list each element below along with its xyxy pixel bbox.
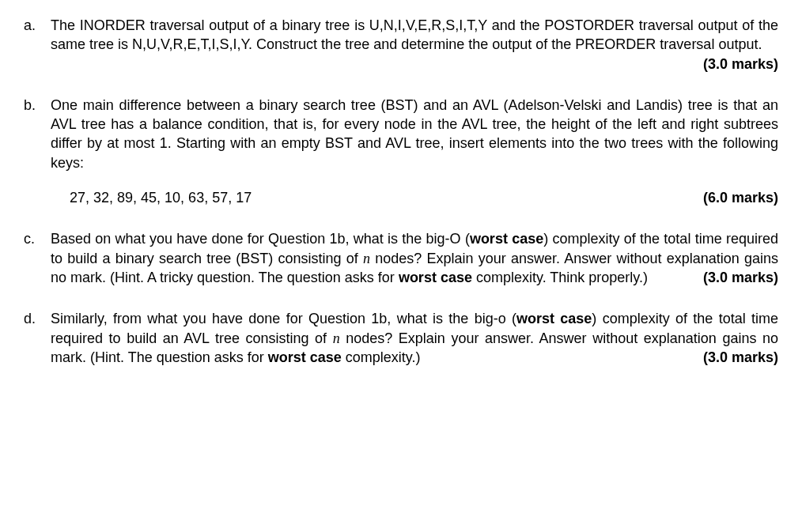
question-c-bold-2: worst case: [399, 270, 472, 285]
question-d-text: Similarly, from what you have done for Q…: [51, 309, 778, 367]
question-d-bold-2: worst case: [268, 349, 342, 365]
question-b-text: One main difference between a binary sea…: [51, 96, 778, 172]
question-b-label: b.: [24, 96, 51, 115]
question-d-bold-1: worst case: [516, 311, 592, 326]
question-d-label: d.: [24, 309, 51, 328]
question-c-n: n: [363, 251, 370, 266]
question-b-body: One main difference between a binary sea…: [51, 96, 778, 207]
question-d-text-after: complexity.): [342, 349, 421, 365]
question-c-text-before: Based on what you have done for Question…: [51, 231, 470, 247]
question-d-body: Similarly, from what you have done for Q…: [51, 309, 778, 367]
question-c: c. Based on what you have done for Quest…: [24, 229, 778, 287]
question-a: a. The INORDER traversal output of a bin…: [24, 16, 778, 74]
question-b-keys-line: 27, 32, 89, 45, 10, 63, 57, 17 (6.0 mark…: [51, 188, 778, 207]
question-d-text-before: Similarly, from what you have done for Q…: [51, 311, 516, 326]
question-b-marks: (6.0 marks): [703, 188, 778, 207]
question-b-keys: 27, 32, 89, 45, 10, 63, 57, 17: [70, 188, 252, 207]
question-c-text-after: complexity. Think properly.): [472, 270, 648, 285]
question-a-text-content: The INORDER traversal output of a binary…: [51, 17, 778, 52]
question-a-body: The INORDER traversal output of a binary…: [51, 16, 778, 74]
question-a-marks: (3.0 marks): [703, 55, 778, 74]
question-a-text: The INORDER traversal output of a binary…: [51, 16, 778, 55]
question-c-body: Based on what you have done for Question…: [51, 229, 778, 287]
question-c-text: Based on what you have done for Question…: [51, 229, 778, 287]
question-b: b. One main difference between a binary …: [24, 96, 778, 207]
question-a-label: a.: [24, 16, 51, 35]
question-b-text-content: One main difference between a binary sea…: [51, 97, 778, 171]
question-d-marks: (3.0 marks): [703, 348, 778, 367]
question-c-marks: (3.0 marks): [703, 268, 778, 287]
question-d-n: n: [333, 330, 340, 346]
question-c-bold-1: worst case: [470, 231, 543, 247]
question-c-label: c.: [24, 229, 51, 248]
question-d: d. Similarly, from what you have done fo…: [24, 309, 778, 367]
